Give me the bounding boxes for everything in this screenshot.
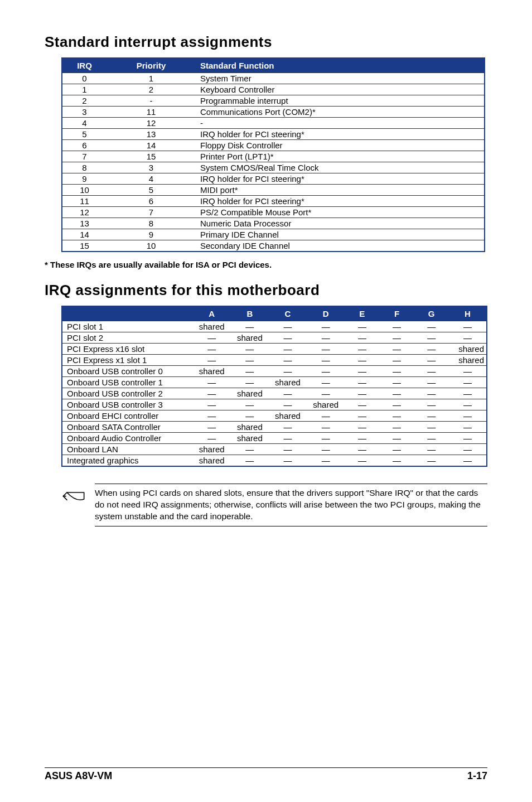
- cell-value: —: [345, 366, 379, 377]
- note-body-text: When using PCI cards on shared slots, en…: [95, 484, 487, 526]
- cell-function: Communications Port (COM2)*: [196, 107, 485, 118]
- th-G: G: [414, 306, 449, 321]
- cell-priority: 9: [107, 229, 196, 240]
- table-row: Onboard USB controller 2—shared——————: [62, 388, 487, 399]
- cell-value: —: [345, 444, 379, 455]
- cell-value: —: [193, 377, 231, 388]
- cell-value: shared: [231, 422, 269, 433]
- cell-priority: 14: [107, 140, 196, 151]
- cell-value: —: [307, 444, 345, 455]
- cell-priority: 11: [107, 107, 196, 118]
- cell-value: —: [379, 422, 414, 433]
- cell-value: —: [345, 377, 379, 388]
- cell-value: —: [193, 422, 231, 433]
- cell-value: —: [269, 344, 307, 355]
- cell-irq: 8: [62, 162, 107, 173]
- cell-value: —: [307, 377, 345, 388]
- cell-value: —: [414, 433, 449, 444]
- cell-value: —: [379, 399, 414, 410]
- table-row: 138Numeric Data Processor: [62, 218, 485, 229]
- table-row: 1510Secondary IDE Channel: [62, 240, 485, 252]
- cell-value: —: [379, 388, 414, 399]
- th-priority: Priority: [107, 58, 196, 73]
- cell-value: —: [414, 355, 449, 366]
- table-row: 614Floppy Disk Controller: [62, 140, 485, 151]
- th-F: F: [379, 306, 414, 321]
- cell-value: —: [449, 332, 487, 344]
- cell-value: —: [307, 422, 345, 433]
- cell-value: —: [414, 455, 449, 467]
- cell-value: —: [231, 344, 269, 355]
- cell-irq: 15: [62, 240, 107, 252]
- cell-value: —: [449, 422, 487, 433]
- cell-value: —: [231, 399, 269, 410]
- cell-value: shared: [449, 344, 487, 355]
- cell-value: —: [193, 344, 231, 355]
- cell-value: —: [269, 366, 307, 377]
- cell-value: —: [193, 388, 231, 399]
- cell-value: —: [379, 433, 414, 444]
- table-row: 127PS/2 Compatible Mouse Port*: [62, 207, 485, 218]
- cell-priority: 10: [107, 240, 196, 252]
- table-row: 715Printer Port (LPT1)*: [62, 151, 485, 162]
- cell-value: —: [414, 410, 449, 422]
- cell-value: —: [269, 321, 307, 332]
- cell-function: PS/2 Compatible Mouse Port*: [196, 207, 485, 218]
- cell-value: —: [414, 444, 449, 455]
- cell-value: —: [269, 332, 307, 344]
- cell-value: shared: [193, 455, 231, 467]
- table-row: 149Primary IDE Channel: [62, 229, 485, 240]
- cell-function: IRQ holder for PCI steering*: [196, 173, 485, 185]
- table-row: 116IRQ holder for PCI steering*: [62, 196, 485, 207]
- table-row: 513IRQ holder for PCI steering*: [62, 129, 485, 140]
- cell-value: —: [307, 433, 345, 444]
- table-row: Onboard USB controller 0shared———————: [62, 366, 487, 377]
- cell-value: —: [414, 388, 449, 399]
- cell-irq: 4: [62, 118, 107, 129]
- cell-irq: 5: [62, 129, 107, 140]
- table-row: PCI Express x16 slot———————shared: [62, 344, 487, 355]
- cell-priority: 13: [107, 129, 196, 140]
- cell-function: Secondary IDE Channel: [196, 240, 485, 252]
- cell-value: —: [345, 455, 379, 467]
- th-H: H: [449, 306, 487, 321]
- cell-function: Numeric Data Processor: [196, 218, 485, 229]
- row-name: Onboard LAN: [62, 444, 193, 455]
- row-name: PCI slot 2: [62, 332, 193, 344]
- table-row: Onboard USB controller 1——shared—————: [62, 377, 487, 388]
- heading-standard-interrupt: Standard interrupt assignments: [45, 33, 487, 51]
- cell-value: —: [345, 399, 379, 410]
- cell-irq: 10: [62, 185, 107, 196]
- table-row: Onboard USB controller 3———shared————: [62, 399, 487, 410]
- cell-value: —: [269, 455, 307, 467]
- cell-value: —: [449, 377, 487, 388]
- cell-value: shared: [193, 366, 231, 377]
- footnote-text: * These IRQs are usually available for I…: [45, 260, 487, 269]
- cell-value: —: [193, 410, 231, 422]
- cell-value: shared: [307, 399, 345, 410]
- cell-value: —: [449, 433, 487, 444]
- cell-priority: 15: [107, 151, 196, 162]
- cell-function: System CMOS/Real Time Clock: [196, 162, 485, 173]
- cell-value: —: [193, 332, 231, 344]
- cell-function: IRQ holder for PCI steering*: [196, 129, 485, 140]
- table-row: 105MIDI port*: [62, 185, 485, 196]
- table-row: 311Communications Port (COM2)*: [62, 107, 485, 118]
- cell-value: shared: [193, 444, 231, 455]
- interrupt-table: IRQ Priority Standard Function 01System …: [61, 57, 485, 252]
- th-A: A: [193, 306, 231, 321]
- cell-value: shared: [231, 332, 269, 344]
- cell-value: —: [193, 355, 231, 366]
- irq-assignments-table: A B C D E F G H PCI slot 1shared———————P…: [61, 306, 487, 467]
- cell-function: -: [196, 118, 485, 129]
- cell-value: —: [231, 455, 269, 467]
- row-name: Onboard Audio Controller: [62, 433, 193, 444]
- footer-product: ASUS A8V-VM: [45, 770, 112, 782]
- cell-priority: 12: [107, 118, 196, 129]
- cell-function: Programmable interrupt: [196, 95, 485, 107]
- cell-value: —: [379, 321, 414, 332]
- cell-value: —: [414, 377, 449, 388]
- cell-value: —: [231, 444, 269, 455]
- cell-priority: 8: [107, 218, 196, 229]
- cell-irq: 12: [62, 207, 107, 218]
